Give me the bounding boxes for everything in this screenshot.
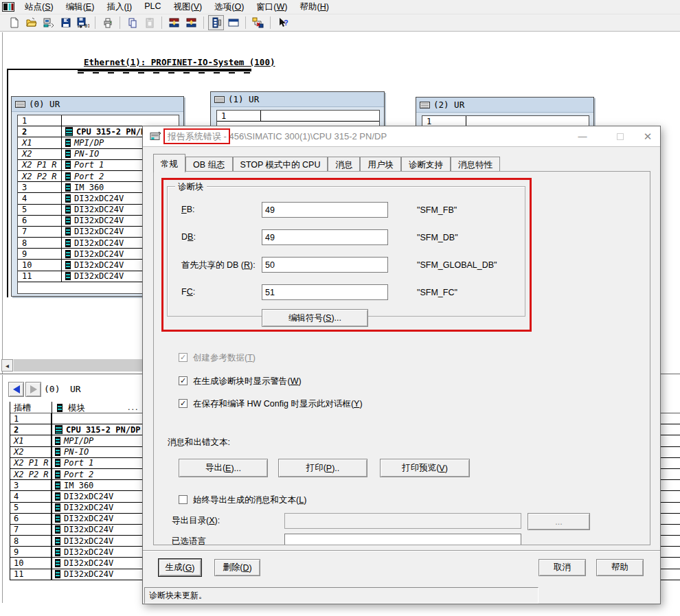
slot-cell: 6 (18, 216, 62, 226)
module-cell (261, 111, 379, 121)
tab-1[interactable]: OB 组态 (185, 157, 233, 171)
module-icon (55, 514, 60, 523)
field-input[interactable] (262, 229, 388, 245)
button-row-separator (143, 550, 660, 551)
tab-6[interactable]: 消息特性 (451, 157, 500, 171)
upload-from-plc-icon[interactable] (183, 15, 199, 30)
catalog-toggle-icon[interactable] (208, 15, 224, 30)
checkbox-label[interactable]: 创建参考数据(T) (193, 352, 256, 364)
pane-frame-line (2, 32, 3, 603)
checkbox-label[interactable]: 始终导出生成的消息和文本(L) (193, 494, 306, 506)
tab-page-general: 诊断块 编辑符号(S)... 消息和出错文本: 导出目录(X): ... 已选语… (153, 171, 650, 545)
slot-cell: 8 (18, 238, 62, 248)
save-icon[interactable] (58, 15, 73, 30)
rack-row-slot-1[interactable]: 1 (18, 115, 179, 126)
tab-5[interactable]: 诊断支持 (401, 157, 451, 171)
menu-item[interactable]: PLC (138, 1, 167, 13)
delete-button[interactable]: 删除(D) (214, 559, 260, 576)
slot-cell: 10 (10, 558, 52, 568)
module-icon (55, 425, 63, 434)
menu-item[interactable]: 编辑(E) (60, 1, 101, 13)
toolbar: 01 ? (0, 14, 680, 32)
module-icon (65, 161, 71, 169)
tab-0[interactable]: 常规 (153, 154, 185, 172)
print-preview-button[interactable]: 打印预览(V) (380, 459, 470, 477)
field-label: 首先共享的 DB (R): (181, 260, 256, 271)
module-icon (65, 194, 71, 203)
checkbox-label[interactable]: 在保存和编译 HW Config 时显示此对话框(Y) (193, 398, 363, 410)
previous-rack-button[interactable] (8, 382, 24, 397)
tab-2[interactable]: STOP 模式中的 CPU (233, 157, 328, 171)
menu-item[interactable]: 窗口(W) (250, 1, 293, 13)
rack-icon (15, 101, 25, 108)
module-icon (55, 548, 60, 556)
field-label: FB: (181, 205, 194, 214)
symbol-label: "SFM_GLOBAL_DB" (417, 260, 497, 270)
minimize-button[interactable]: — (569, 126, 596, 146)
tab-3[interactable]: 消息 (328, 157, 360, 171)
generate-button[interactable]: 生成(G) (159, 559, 201, 576)
rack-0-titlebar[interactable]: (0) UR (12, 97, 183, 112)
close-icon: ✕ (644, 130, 653, 143)
profinet-bus-line[interactable] (78, 69, 251, 71)
field-input[interactable] (262, 284, 388, 300)
next-rack-button[interactable] (25, 382, 41, 397)
menu-item[interactable]: 选项(O) (208, 1, 250, 13)
dialog-status-bar: 诊断块未更新。 (144, 587, 539, 604)
print-icon[interactable] (100, 15, 115, 30)
slot-cell: 3 (18, 182, 62, 192)
cancel-button[interactable]: 取消 (539, 559, 586, 576)
field-input[interactable] (262, 202, 388, 218)
left-arrow-icon (13, 385, 20, 393)
rack-2-titlebar[interactable]: (2) UR (416, 98, 593, 113)
network-configuration-icon[interactable] (250, 15, 266, 30)
export-button[interactable]: 导出(E)... (179, 459, 268, 477)
rack-row-slot-1[interactable]: 1 (217, 111, 379, 122)
module-icon (55, 525, 60, 534)
rack-icon (420, 102, 430, 109)
edit-symbols-button[interactable]: 编辑符号(S)... (262, 309, 368, 327)
symbol-label: "SFM_DB" (417, 233, 458, 242)
open-project-icon[interactable] (23, 15, 39, 30)
field-input[interactable] (262, 257, 388, 273)
download-to-plc-icon[interactable] (166, 15, 182, 30)
module-icon (55, 459, 60, 467)
module-icon (65, 261, 71, 269)
browse-button[interactable]: ... (528, 513, 590, 530)
slot-cell: 1 (217, 111, 261, 121)
dialog-titlebar[interactable]: 报告系统错误 - 456\SIMATIC 300(1)\CPU 315-2 PN… (143, 126, 660, 147)
copy-icon[interactable] (124, 15, 140, 30)
open-station-icon[interactable] (41, 15, 56, 30)
menu-item[interactable]: 视图(V) (168, 1, 209, 13)
export-dir-input[interactable] (284, 513, 521, 529)
rack-1-titlebar[interactable]: (1) UR (211, 92, 384, 107)
close-button[interactable]: ✕ (635, 126, 660, 146)
toolbar-separator (120, 16, 120, 29)
clipped-language-label: 已选语言 (172, 536, 206, 545)
maximize-button (607, 126, 634, 146)
scroll-left-icon[interactable]: ◂ (1, 359, 13, 372)
help-button[interactable]: 帮助 (596, 559, 644, 576)
address-overview-icon[interactable] (225, 15, 241, 30)
checkbox-label[interactable]: 在生成诊断块时显示警告(W) (193, 376, 302, 387)
maximize-icon (617, 133, 624, 140)
print-button[interactable]: 打印(P).. (278, 459, 367, 477)
new-document-icon[interactable] (6, 15, 22, 30)
column-header-more[interactable]: ... (128, 402, 139, 412)
help-pointer-icon[interactable]: ? (275, 15, 291, 30)
module-icon (65, 227, 71, 236)
module-icon (65, 250, 71, 258)
menu-item[interactable]: 插入(I) (100, 1, 138, 13)
slot-cell: 7 (10, 525, 52, 535)
checkbox[interactable] (179, 495, 188, 504)
language-input-clipped[interactable] (284, 534, 521, 545)
menu-item[interactable]: 站点(S) (19, 1, 60, 13)
slot-cell: 1 (18, 115, 62, 126)
menu-item[interactable]: 帮助(H) (293, 1, 335, 13)
checkbox[interactable] (179, 399, 188, 408)
hw-config-child-window-icon[interactable] (2, 2, 16, 12)
save-and-compile-icon[interactable]: 01 (75, 15, 91, 30)
checkbox[interactable] (179, 376, 188, 385)
tab-4[interactable]: 用户块 (360, 157, 401, 171)
checkbox[interactable] (179, 353, 188, 362)
